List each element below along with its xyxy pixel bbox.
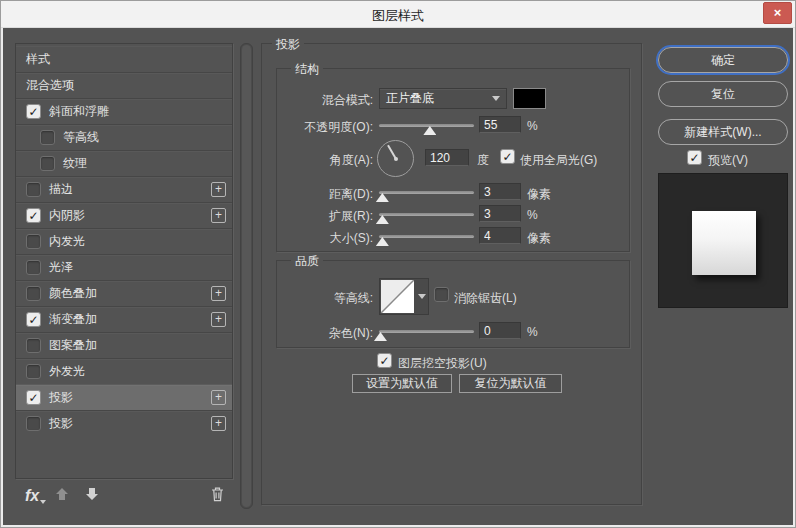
arrow-up-icon bbox=[56, 488, 68, 500]
style-list-item[interactable]: ✓ 投影 + bbox=[16, 384, 232, 410]
dialog-title: 图层样式 bbox=[1, 7, 795, 25]
noise-slider[interactable] bbox=[379, 325, 474, 341]
style-item-label: 图案叠加 bbox=[49, 337, 97, 354]
style-list-item[interactable]: ✓ 纹理 bbox=[16, 150, 232, 176]
slider-thumb[interactable] bbox=[376, 215, 389, 224]
global-light-checkbox[interactable]: ✓ bbox=[500, 149, 515, 164]
opacity-slider[interactable] bbox=[379, 119, 474, 135]
style-list-item[interactable]: ✓ 内发光 bbox=[16, 228, 232, 254]
move-effect-down-button[interactable] bbox=[85, 487, 99, 505]
antialias-checkbox[interactable]: ✓ bbox=[434, 287, 449, 302]
spread-slider[interactable] bbox=[379, 208, 474, 224]
slider-track bbox=[379, 235, 474, 238]
style-list[interactable]: 样式 混合选项 ✓ 斜面和浮雕 ✓ 等高线 ✓ 纹理 ✓ 描边 + ✓ 内阴影 … bbox=[15, 43, 233, 479]
titlebar[interactable]: 图层样式 × bbox=[1, 1, 795, 28]
plus-icon[interactable]: + bbox=[211, 286, 226, 301]
structure-legend: 结构 bbox=[291, 61, 323, 78]
style-item-label: 外发光 bbox=[49, 363, 85, 380]
contour-picker[interactable] bbox=[379, 278, 429, 315]
style-list-item[interactable]: 混合选项 bbox=[16, 72, 232, 98]
check-icon: ✓ bbox=[28, 210, 38, 222]
slider-thumb[interactable] bbox=[376, 193, 389, 202]
style-checkbox[interactable]: ✓ bbox=[26, 234, 41, 249]
blend-mode-value: 正片叠底 bbox=[386, 90, 434, 107]
opacity-unit: % bbox=[527, 119, 538, 133]
style-list-scrollbar[interactable] bbox=[240, 43, 253, 509]
style-checkbox[interactable]: ✓ bbox=[26, 390, 41, 405]
distance-input[interactable] bbox=[479, 183, 521, 200]
fx-menu-button[interactable]: fx bbox=[25, 487, 39, 505]
size-unit: 像素 bbox=[527, 230, 551, 247]
knockout-label: 图层挖空投影(U) bbox=[398, 355, 487, 372]
close-icon: × bbox=[774, 5, 782, 20]
spread-input[interactable] bbox=[479, 205, 521, 222]
style-checkbox[interactable]: ✓ bbox=[40, 156, 55, 171]
reset-default-button[interactable]: 复位为默认值 bbox=[459, 374, 562, 393]
noise-input[interactable] bbox=[479, 322, 521, 339]
angle-label: 角度(A): bbox=[277, 152, 373, 169]
style-checkbox[interactable]: ✓ bbox=[26, 364, 41, 379]
check-icon: ✓ bbox=[379, 355, 389, 367]
style-list-item[interactable]: ✓ 内阴影 + bbox=[16, 202, 232, 228]
slider-thumb[interactable] bbox=[374, 332, 387, 341]
style-list-item[interactable]: ✓ 颜色叠加 + bbox=[16, 280, 232, 306]
style-checkbox[interactable]: ✓ bbox=[26, 260, 41, 275]
style-list-item[interactable]: ✓ 等高线 bbox=[16, 124, 232, 150]
style-checkbox[interactable]: ✓ bbox=[26, 338, 41, 353]
style-list-item[interactable]: ✓ 投影 + bbox=[16, 410, 232, 436]
style-list-item[interactable]: 样式 bbox=[16, 46, 232, 72]
preview-checkbox[interactable]: ✓ bbox=[687, 150, 702, 165]
global-light-label: 使用全局光(G) bbox=[520, 152, 597, 169]
new-style-button[interactable]: 新建样式(W)... bbox=[658, 119, 788, 145]
style-list-item[interactable]: ✓ 光泽 bbox=[16, 254, 232, 280]
style-checkbox[interactable]: ✓ bbox=[26, 208, 41, 223]
ok-button[interactable]: 确定 bbox=[658, 47, 788, 73]
style-checkbox[interactable]: ✓ bbox=[26, 104, 41, 119]
close-button[interactable]: × bbox=[763, 2, 792, 24]
style-list-item[interactable]: ✓ 斜面和浮雕 bbox=[16, 98, 232, 124]
plus-icon[interactable]: + bbox=[211, 208, 226, 223]
plus-icon[interactable]: + bbox=[211, 182, 226, 197]
style-item-label: 渐变叠加 bbox=[49, 311, 97, 328]
style-list-item[interactable]: ✓ 图案叠加 bbox=[16, 332, 232, 358]
quality-legend: 品质 bbox=[291, 253, 323, 270]
style-checkbox[interactable]: ✓ bbox=[26, 416, 41, 431]
style-list-item[interactable]: ✓ 描边 + bbox=[16, 176, 232, 202]
angle-dial[interactable] bbox=[377, 140, 414, 177]
angle-input[interactable] bbox=[425, 149, 469, 166]
size-slider[interactable] bbox=[379, 230, 474, 246]
style-checkbox[interactable]: ✓ bbox=[26, 286, 41, 301]
slider-thumb[interactable] bbox=[423, 126, 436, 135]
chevron-down-icon bbox=[492, 96, 500, 101]
blend-mode-select[interactable]: 正片叠底 bbox=[379, 88, 507, 109]
style-item-label: 投影 bbox=[49, 415, 73, 432]
style-item-label: 混合选项 bbox=[26, 77, 74, 94]
chevron-down-icon[interactable] bbox=[415, 279, 428, 314]
make-default-button[interactable]: 设置为默认值 bbox=[352, 374, 452, 393]
delete-effect-button[interactable] bbox=[210, 486, 225, 506]
opacity-input[interactable] bbox=[479, 116, 521, 133]
slider-thumb[interactable] bbox=[376, 237, 389, 246]
style-checkbox[interactable]: ✓ bbox=[26, 182, 41, 197]
scrollbar-thumb[interactable] bbox=[242, 45, 251, 507]
style-list-item[interactable]: ✓ 外发光 bbox=[16, 358, 232, 384]
move-effect-up-button[interactable] bbox=[55, 487, 69, 505]
contour-thumbnail bbox=[381, 280, 414, 313]
plus-icon[interactable]: + bbox=[211, 390, 226, 405]
plus-icon[interactable]: + bbox=[211, 416, 226, 431]
style-list-item[interactable]: ✓ 渐变叠加 + bbox=[16, 306, 232, 332]
blend-mode-label: 混合模式: bbox=[277, 92, 373, 109]
knockout-checkbox[interactable]: ✓ bbox=[377, 353, 392, 368]
shadow-color-swatch[interactable] bbox=[513, 88, 546, 109]
style-checkbox[interactable]: ✓ bbox=[26, 312, 41, 327]
plus-icon[interactable]: + bbox=[211, 312, 226, 327]
style-item-label: 内阴影 bbox=[49, 207, 85, 224]
spread-label: 扩展(R): bbox=[277, 208, 373, 225]
panel-title: 投影 bbox=[272, 36, 304, 53]
style-item-label: 内发光 bbox=[49, 233, 85, 250]
reset-button[interactable]: 复位 bbox=[658, 81, 788, 107]
distance-slider[interactable] bbox=[379, 186, 474, 202]
size-input[interactable] bbox=[479, 227, 521, 244]
style-checkbox[interactable]: ✓ bbox=[40, 130, 55, 145]
layer-style-dialog: 图层样式 × 样式 混合选项 ✓ 斜面和浮雕 ✓ 等高线 ✓ 纹理 ✓ 描边 +… bbox=[0, 0, 796, 528]
